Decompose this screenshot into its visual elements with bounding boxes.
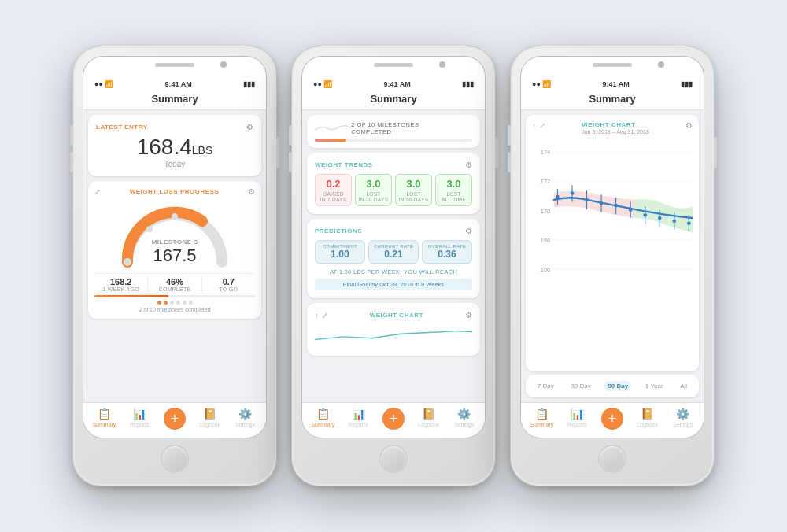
phone-3-screen: ●● 📶 9:41 AM ▮▮▮ Summary ↑ ⤢ Weight Char… bbox=[520, 56, 704, 438]
reports-tab-icon-2: 📊 bbox=[352, 408, 365, 420]
svg-point-2 bbox=[172, 213, 178, 220]
tab-logbook-3[interactable]: 📔 Logbook bbox=[630, 408, 665, 431]
settings-tab-icon-2: ⚙️ bbox=[457, 408, 471, 420]
tab-settings-2[interactable]: ⚙️ Settings bbox=[446, 408, 482, 431]
milestone-wave-svg bbox=[315, 123, 351, 134]
add-button-3[interactable]: + bbox=[601, 408, 623, 430]
predictions-title: Predictions bbox=[315, 227, 362, 235]
settings-tab-icon: ⚙️ bbox=[238, 408, 252, 420]
add-button-1[interactable]: + bbox=[164, 408, 186, 430]
chart-gear-icon-3[interactable]: ⚙ bbox=[685, 121, 693, 130]
weight-loss-card: ⤢ Weight Loss Progress ⚙ bbox=[88, 181, 261, 319]
reports-tab-icon: 📊 bbox=[133, 408, 146, 420]
volume-up-button-2 bbox=[289, 125, 292, 146]
tab-summary-1[interactable]: 📋 Summary bbox=[87, 408, 122, 431]
milestone-progress-text: 2 of 10 Milestones Completed bbox=[351, 121, 436, 135]
logbook-tab-icon-3: 📔 bbox=[641, 408, 654, 420]
latest-entry-title: Latest Entry bbox=[96, 124, 148, 131]
time-tab-1year[interactable]: 1 Year bbox=[642, 381, 667, 391]
status-time-3: 9:41 AM bbox=[603, 80, 630, 88]
tab-reports-3[interactable]: 📊 Reports bbox=[560, 408, 595, 431]
weight-chart-header: ↑ ⤢ Weight Chart ⚙ bbox=[315, 311, 472, 320]
weight-trends-card: Weight Trends ⚙ 0.2 Gainedin 7 Days 3.0 … bbox=[307, 153, 480, 214]
predictions-gear-icon[interactable]: ⚙ bbox=[465, 227, 472, 235]
camera-2 bbox=[439, 61, 445, 68]
home-button-3[interactable] bbox=[598, 445, 626, 473]
weight-trends-header: Weight Trends ⚙ bbox=[315, 161, 472, 169]
latest-entry-date: Today bbox=[96, 160, 253, 168]
milestone-dots bbox=[94, 301, 255, 305]
tab-reports-1[interactable]: 📊 Reports bbox=[122, 408, 157, 431]
expand-icon-3[interactable]: ⤢ bbox=[539, 121, 545, 130]
share-icon[interactable]: ↑ bbox=[315, 312, 319, 320]
weight-chart-mini bbox=[315, 324, 472, 348]
time-tab-90day[interactable]: 90 Day bbox=[604, 381, 631, 391]
gauge-gear-icon[interactable]: ⚙ bbox=[248, 187, 255, 196]
weight-trends-gear-icon[interactable]: ⚙ bbox=[465, 161, 472, 169]
home-button-1[interactable] bbox=[161, 445, 189, 473]
chart-area: 174 172 170 168 166 bbox=[532, 139, 693, 297]
tab-logbook-1[interactable]: 📔 Logbook bbox=[192, 408, 227, 431]
tab-summary-2[interactable]: 📋 Summary bbox=[305, 408, 341, 431]
weight-chart-title-2: Weight Chart bbox=[370, 312, 423, 319]
summary-tab-icon-2: 📋 bbox=[316, 408, 330, 420]
stat-week-ago-value: 168.2 bbox=[94, 277, 147, 286]
milestone-value: 167.5 bbox=[94, 246, 255, 266]
tab-add-2[interactable]: + bbox=[376, 408, 412, 431]
svg-point-29 bbox=[658, 216, 662, 220]
summary-tab-label-3: Summary bbox=[530, 422, 553, 427]
speaker-2 bbox=[374, 63, 413, 67]
time-tab-30day[interactable]: 30 Day bbox=[567, 381, 593, 391]
pred-current-rate: Current Rate 0.21 bbox=[368, 240, 419, 264]
home-button-2[interactable] bbox=[379, 445, 408, 473]
svg-text:166: 166 bbox=[541, 266, 550, 273]
time-tab-all[interactable]: All bbox=[677, 381, 690, 391]
stat-complete-value: 46% bbox=[148, 277, 201, 286]
tab-logbook-2[interactable]: 📔 Logbook bbox=[411, 408, 446, 431]
phone-1-screen: ●● 📶 9:41 AM ▮▮▮ Summary Latest Entry ⚙ … bbox=[83, 56, 267, 438]
dot-3 bbox=[170, 301, 174, 305]
reports-tab-icon-3: 📊 bbox=[571, 408, 584, 420]
trend-gained-label: Gainedin 7 Days bbox=[317, 191, 349, 202]
time-tab-7day[interactable]: 7 Day bbox=[534, 381, 557, 391]
phone-2-top-bar bbox=[302, 57, 485, 79]
nav-title-1: Summary bbox=[83, 90, 266, 110]
expand-icon-2[interactable]: ⤢ bbox=[322, 312, 328, 320]
tab-reports-2[interactable]: 📊 Reports bbox=[341, 408, 376, 431]
latest-entry-card: Latest Entry ⚙ 168.4LBS Today bbox=[88, 115, 261, 176]
tab-summary-3[interactable]: 📋 Summary bbox=[524, 408, 560, 431]
screen-content-2: 2 of 10 Milestones Completed Weight Tren… bbox=[302, 110, 485, 402]
trend-lost-all-label: LostAll Time bbox=[438, 191, 470, 202]
trend-gained-7days: 0.2 Gainedin 7 Days bbox=[315, 174, 352, 206]
tab-bar-2: 📋 Summary 📊 Reports + 📔 Logbook ⚙️ Setti… bbox=[302, 402, 485, 438]
screen-content-1: Latest Entry ⚙ 168.4LBS Today ⤢ Weight L… bbox=[83, 110, 266, 402]
latest-entry-gear-icon[interactable]: ⚙ bbox=[246, 123, 253, 131]
phone-3-top-bar bbox=[521, 57, 704, 79]
battery-icon-2: ▮▮▮ bbox=[462, 80, 474, 88]
svg-point-25 bbox=[629, 208, 633, 212]
tab-add-1[interactable]: + bbox=[157, 408, 193, 431]
trend-lost-30days: 3.0 Lostin 30 Days bbox=[355, 174, 392, 206]
power-button bbox=[276, 137, 279, 168]
svg-point-21 bbox=[600, 201, 604, 205]
camera-3 bbox=[658, 61, 664, 68]
chart-icon-actions: ↑ ⤢ bbox=[532, 121, 545, 130]
signal-icons-2: ●● 📶 bbox=[313, 80, 332, 88]
power-button-3 bbox=[714, 137, 717, 168]
chart-time-tabs: 7 Day 30 Day 90 Day 1 Year All bbox=[529, 378, 696, 394]
milestone-bar-fill bbox=[94, 295, 168, 297]
share-icon-3[interactable]: ↑ bbox=[532, 121, 536, 130]
tab-settings-1[interactable]: ⚙️ Settings bbox=[227, 408, 263, 431]
trend-lost-90-value: 3.0 bbox=[397, 178, 430, 190]
gauge-milestone: Milestone 3 167.5 bbox=[94, 238, 255, 266]
pred-commitment-value: 1.00 bbox=[317, 249, 363, 260]
tab-add-3[interactable]: + bbox=[595, 408, 630, 431]
weight-chart-gear-2[interactable]: ⚙ bbox=[465, 311, 472, 320]
svg-point-33 bbox=[687, 221, 691, 225]
mini-chart-svg bbox=[315, 324, 472, 348]
dot-6 bbox=[189, 301, 193, 305]
add-button-2[interactable]: + bbox=[382, 408, 405, 430]
settings-tab-label-2: Settings bbox=[454, 422, 474, 427]
tab-settings-3[interactable]: ⚙️ Settings bbox=[665, 408, 700, 431]
expand-icon[interactable]: ⤢ bbox=[94, 188, 101, 196]
